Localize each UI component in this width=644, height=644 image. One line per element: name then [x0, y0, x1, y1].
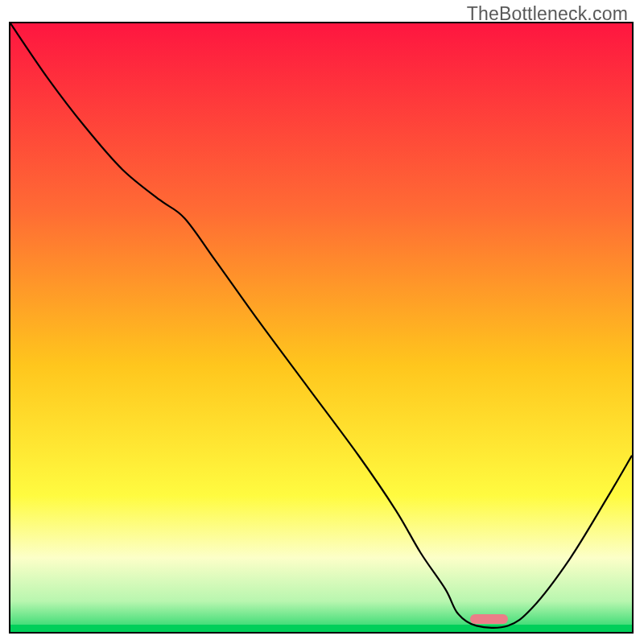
bottleneck-curve: [10, 23, 632, 632]
chart-stage: TheBottleneck.com: [0, 0, 644, 644]
plot-frame: [9, 22, 634, 634]
optimal-range-marker: [470, 614, 507, 624]
